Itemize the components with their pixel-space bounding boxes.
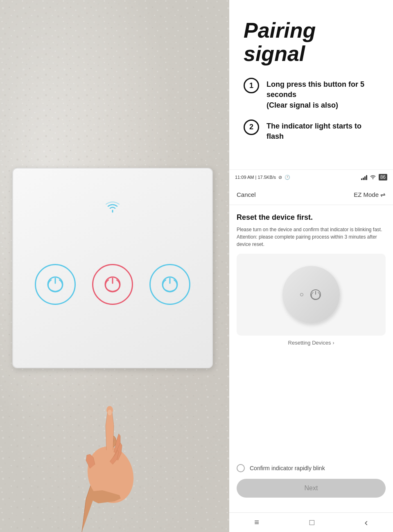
mode-arrow-icon: ⇌	[380, 191, 386, 198]
home-icon[interactable]: □	[309, 518, 314, 527]
title-area: Pairing signal 1 Long press this button …	[229, 0, 393, 170]
switch-buttons-row	[35, 264, 190, 305]
signal-icon	[361, 174, 367, 180]
device-inner	[300, 288, 322, 301]
step-2-item: 2 The indicator light starts to flash	[244, 119, 379, 142]
svg-point-8	[108, 410, 112, 415]
confirm-label: Confirm indicator rapidly blink	[250, 465, 325, 471]
switch-button-2	[92, 264, 133, 305]
next-button[interactable]: Next	[237, 479, 386, 498]
step-2-number: 2	[244, 119, 259, 135]
step-1-text: Long press this button for 5 seconds(Cle…	[267, 78, 379, 110]
wifi-icon	[370, 174, 376, 180]
step-1-item: 1 Long press this button for 5 seconds(C…	[244, 78, 379, 110]
switch-button-3	[149, 264, 190, 305]
step-1-number: 1	[244, 78, 259, 93]
bottom-nav: ≡ □ ‹	[229, 512, 393, 532]
status-right: 86	[361, 174, 387, 180]
app-header: Cancel EZ Mode ⇌	[229, 185, 393, 205]
confirm-row: Confirm indicator rapidly blink	[237, 464, 386, 472]
device-circle	[282, 266, 340, 323]
device-power-icon	[309, 288, 322, 301]
alarm-icon: ⊘	[278, 175, 282, 180]
confirm-radio[interactable]	[237, 464, 245, 472]
status-left: 11:09 AM | 17.5KB/s ⊘ 🕐	[235, 175, 290, 180]
reset-title: Reset the device first.	[237, 213, 386, 222]
app-content: Reset the device first. Please turn on t…	[229, 205, 393, 512]
back-icon[interactable]: ‹	[365, 517, 368, 528]
switch-button-1	[35, 264, 76, 305]
cancel-button[interactable]: Cancel	[237, 191, 256, 198]
menu-icon[interactable]: ≡	[254, 518, 259, 527]
status-bar: 11:09 AM | 17.5KB/s ⊘ 🕐 86	[229, 170, 393, 185]
resetting-devices-link[interactable]: Resetting Devices ›	[237, 340, 386, 346]
page-title: Pairing signal	[244, 19, 379, 65]
device-illustration	[237, 254, 386, 336]
left-panel	[0, 0, 229, 532]
mode-button[interactable]: EZ Mode ⇌	[354, 191, 386, 198]
battery-icon: 86	[379, 174, 387, 180]
step-2-text: The indicator light starts to flash	[267, 119, 379, 142]
wifi-indicator	[105, 201, 120, 216]
phone-app: 11:09 AM | 17.5KB/s ⊘ 🕐 86 Cancel	[229, 170, 393, 532]
hand-area	[41, 336, 172, 532]
clock-icon: 🕐	[285, 175, 290, 180]
device-dot	[300, 293, 303, 296]
status-time: 11:09 AM | 17.5KB/s	[235, 175, 276, 180]
reset-desc: Please turn on the device and confirm th…	[237, 226, 386, 248]
chevron-right-icon: ›	[332, 340, 334, 346]
